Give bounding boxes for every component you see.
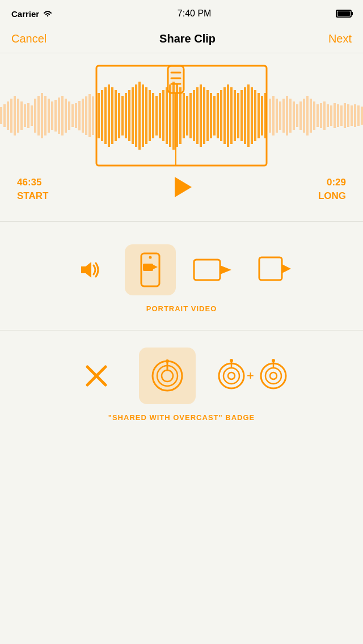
svg-rect-69 xyxy=(237,93,239,138)
overcast-plus-badge-button[interactable]: + xyxy=(213,350,292,401)
svg-rect-52 xyxy=(179,87,182,144)
landscape-video-icon xyxy=(193,255,233,285)
svg-rect-27 xyxy=(92,96,94,135)
svg-rect-64 xyxy=(220,90,222,141)
svg-rect-13 xyxy=(44,96,47,135)
portrait-video-icon-box xyxy=(125,244,176,295)
battery-area xyxy=(336,10,352,18)
svg-rect-36 xyxy=(125,93,127,138)
svg-rect-54 xyxy=(186,96,188,135)
svg-rect-33 xyxy=(115,90,117,141)
svg-rect-34 xyxy=(118,93,120,138)
svg-rect-98 xyxy=(337,104,339,127)
svg-rect-46 xyxy=(159,93,161,138)
svg-rect-3 xyxy=(10,99,12,133)
svg-rect-10 xyxy=(34,99,36,133)
svg-rect-23 xyxy=(78,101,81,130)
svg-rect-65 xyxy=(223,87,226,144)
svg-rect-44 xyxy=(152,93,154,138)
landscape-video-icon-box xyxy=(187,244,238,295)
video-type-section: PORTRAIT VIDEO xyxy=(0,227,363,324)
svg-rect-17 xyxy=(58,98,60,134)
play-triangle-icon xyxy=(175,177,192,197)
cancel-button[interactable]: Cancel xyxy=(11,32,47,45)
divider-2 xyxy=(0,330,363,331)
svg-rect-41 xyxy=(142,84,144,147)
svg-rect-6 xyxy=(20,101,23,130)
svg-rect-4 xyxy=(14,96,16,135)
svg-rect-43 xyxy=(149,90,151,141)
svg-rect-57 xyxy=(196,87,199,144)
play-button[interactable] xyxy=(175,177,192,197)
svg-rect-20 xyxy=(68,101,70,130)
svg-rect-102 xyxy=(351,105,353,126)
svg-rect-91 xyxy=(313,101,315,130)
svg-rect-25 xyxy=(85,96,87,135)
svg-rect-8 xyxy=(27,103,29,128)
landscape-video-button[interactable] xyxy=(187,244,238,295)
svg-marker-115 xyxy=(153,265,158,269)
svg-rect-81 xyxy=(279,101,281,130)
svg-rect-38 xyxy=(132,87,134,144)
svg-rect-62 xyxy=(213,96,216,135)
svg-rect-5 xyxy=(17,99,19,133)
portrait-video-button[interactable] xyxy=(125,244,176,295)
audio-only-button[interactable] xyxy=(62,244,113,295)
svg-point-135 xyxy=(270,372,277,379)
svg-point-134 xyxy=(265,368,281,384)
svg-rect-104 xyxy=(357,105,360,126)
wifi-icon xyxy=(43,10,53,18)
svg-rect-71 xyxy=(244,87,246,144)
square-video-button[interactable] xyxy=(250,244,301,295)
x-icon xyxy=(82,361,111,391)
svg-rect-42 xyxy=(145,87,147,144)
svg-rect-56 xyxy=(193,90,195,141)
svg-point-113 xyxy=(149,256,152,259)
svg-rect-53 xyxy=(183,93,185,138)
svg-rect-96 xyxy=(330,105,332,126)
svg-rect-49 xyxy=(169,84,171,147)
overcast-badge-button[interactable] xyxy=(139,348,196,404)
svg-point-131 xyxy=(230,359,233,362)
svg-rect-72 xyxy=(247,84,250,147)
next-button[interactable]: Next xyxy=(328,32,352,45)
svg-point-137 xyxy=(272,359,275,362)
svg-rect-85 xyxy=(293,101,295,130)
svg-rect-58 xyxy=(200,84,202,147)
svg-rect-45 xyxy=(155,96,158,135)
svg-point-126 xyxy=(166,359,169,363)
start-time: 46:35 START xyxy=(17,176,48,203)
speaker-icon xyxy=(73,255,103,285)
waveform-container[interactable] xyxy=(0,65,363,167)
svg-rect-97 xyxy=(334,103,336,128)
svg-rect-67 xyxy=(230,87,233,144)
svg-rect-28 xyxy=(98,93,100,138)
svg-rect-105 xyxy=(361,107,363,125)
carrier-wifi: Carrier xyxy=(11,9,53,19)
badge-section: + "SHARED WITH OVERCAST" BADGE xyxy=(0,336,363,439)
overcast-plus-icon: + xyxy=(216,359,289,393)
no-badge-button[interactable] xyxy=(71,350,122,401)
battery-icon xyxy=(336,10,352,18)
svg-rect-66 xyxy=(227,84,229,147)
svg-rect-16 xyxy=(54,100,57,132)
svg-rect-0 xyxy=(0,107,2,124)
svg-rect-92 xyxy=(316,104,319,127)
svg-rect-40 xyxy=(138,82,141,150)
svg-rect-88 xyxy=(303,99,305,133)
square-video-icon xyxy=(258,253,292,287)
svg-rect-55 xyxy=(189,93,192,138)
carrier-label: Carrier xyxy=(11,9,39,19)
svg-rect-100 xyxy=(344,103,346,128)
svg-rect-47 xyxy=(162,90,164,141)
video-type-label: PORTRAIT VIDEO xyxy=(146,304,217,313)
svg-rect-63 xyxy=(217,93,219,138)
svg-rect-37 xyxy=(128,90,130,141)
svg-rect-118 xyxy=(259,257,282,280)
svg-rect-107 xyxy=(168,66,184,93)
svg-rect-18 xyxy=(61,96,64,135)
overcast-plus-badge-icon-box: + xyxy=(213,350,292,401)
svg-rect-70 xyxy=(240,90,243,141)
square-video-icon-box xyxy=(250,244,301,295)
svg-rect-94 xyxy=(323,101,326,130)
